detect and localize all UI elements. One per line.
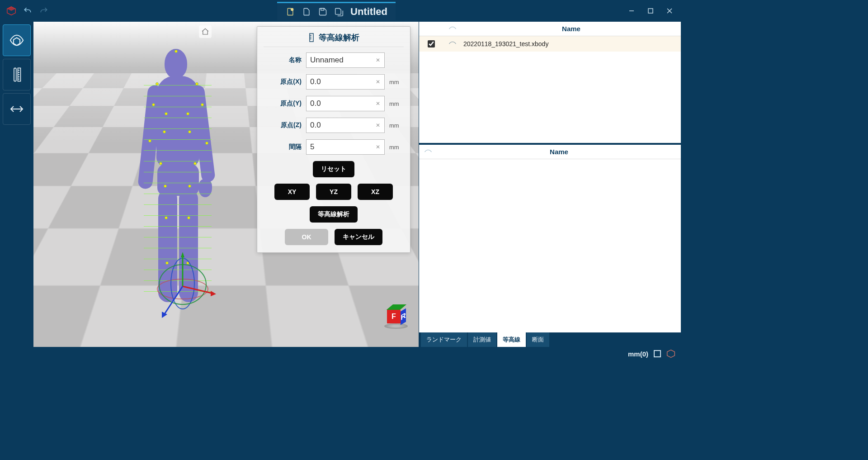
svg-line-22 — [183, 286, 213, 294]
clear-oy-icon[interactable]: ✕ — [374, 100, 382, 108]
svg-point-2 — [291, 8, 293, 10]
reset-button[interactable]: リセット — [313, 161, 354, 177]
svg-rect-26 — [310, 33, 313, 42]
tab-section[interactable]: 断面 — [527, 332, 549, 347]
cancel-button[interactable]: キャンセル — [335, 229, 382, 245]
viewport-3d[interactable]: R F 等高線解析 名称 ✕ — [33, 22, 419, 347]
top-list-header: Name — [419, 22, 681, 36]
svg-marker-25 — [162, 312, 167, 318]
status-units: mm(0) — [628, 350, 648, 358]
clear-interval-icon[interactable]: ✕ — [374, 143, 382, 151]
new-doc-icon[interactable] — [285, 7, 295, 17]
status-box-icon[interactable] — [654, 350, 661, 357]
svg-marker-21 — [181, 252, 184, 257]
tool-measure[interactable] — [3, 59, 31, 90]
unit-oz: mm — [389, 122, 404, 129]
save-all-icon[interactable] — [334, 7, 344, 17]
ruler-icon — [308, 33, 315, 42]
svg-marker-23 — [211, 291, 216, 296]
open-doc-icon[interactable] — [302, 7, 311, 17]
undo-icon[interactable] — [23, 6, 33, 16]
top-list: 20220118_193021_test.xbody — [419, 36, 681, 143]
tool-rail — [0, 22, 33, 347]
tab-landmark[interactable]: ランドマーク — [421, 332, 467, 347]
label-name: 名称 — [264, 56, 302, 64]
contour-analysis-panel: 等高線解析 名称 ✕ 原点(X) ✕ mm — [257, 26, 410, 253]
tool-width[interactable] — [3, 93, 31, 125]
status-bar: mm(0) — [0, 347, 681, 360]
label-origin-x: 原点(X) — [264, 78, 302, 86]
tab-contour[interactable]: 等高線 — [497, 332, 526, 347]
svg-rect-9 — [14, 68, 16, 81]
unit-interval: mm — [389, 144, 404, 151]
plane-xy-button[interactable]: XY — [274, 184, 310, 200]
home-view-icon[interactable] — [199, 25, 212, 38]
unit-oy: mm — [389, 100, 404, 107]
right-panel: Name 20220118_193021_test.xbody Name — [419, 22, 681, 347]
close-button[interactable] — [662, 5, 677, 17]
list-item[interactable]: 20220118_193021_test.xbody — [419, 36, 681, 52]
col-name-header-2: Name — [437, 148, 681, 156]
plane-yz-button[interactable]: YZ — [316, 184, 351, 200]
clear-ox-icon[interactable]: ✕ — [374, 78, 382, 86]
svg-marker-30 — [667, 350, 675, 358]
col-name-header: Name — [462, 25, 681, 33]
input-origin-y[interactable] — [306, 96, 385, 111]
redo-icon[interactable] — [39, 6, 49, 16]
unit-ox: mm — [389, 79, 404, 85]
visibility-icon[interactable] — [443, 41, 462, 47]
item-checkbox[interactable] — [428, 40, 435, 47]
item-name: 20220118_193021_test.xbody — [462, 40, 681, 47]
maximize-button[interactable] — [643, 5, 658, 17]
app-window: Untitled — [0, 0, 681, 360]
analyze-button[interactable]: 等高線解析 — [310, 206, 358, 223]
titlebar: Untitled — [0, 0, 681, 22]
document-title: Untitled — [350, 6, 387, 18]
svg-marker-1 — [7, 7, 15, 11]
bottom-list-header: Name — [419, 145, 681, 159]
panel-title: 等高線解析 — [319, 32, 359, 43]
ok-button[interactable]: OK — [285, 229, 328, 245]
tab-measure[interactable]: 計測値 — [468, 332, 496, 347]
col-visibility-icon — [443, 26, 462, 32]
clear-name-icon[interactable]: ✕ — [374, 56, 382, 64]
plane-xz-button[interactable]: XZ — [358, 184, 393, 200]
save-icon[interactable] — [318, 7, 328, 17]
tool-view[interactable] — [3, 24, 31, 56]
input-interval[interactable] — [306, 139, 385, 155]
label-origin-y: 原点(Y) — [264, 100, 302, 108]
view-cube[interactable]: R F — [384, 305, 408, 329]
bottom-tabs: ランドマーク 計測値 等高線 断面 — [419, 332, 681, 347]
minimize-button[interactable] — [624, 5, 639, 17]
clear-oz-icon[interactable]: ✕ — [374, 121, 382, 129]
input-origin-x[interactable] — [306, 74, 385, 90]
svg-rect-3 — [321, 8, 324, 10]
app-logo-icon — [6, 6, 16, 16]
orientation-gizmo[interactable] — [146, 247, 219, 320]
col-visibility-icon-2 — [419, 149, 437, 155]
input-name[interactable] — [306, 52, 385, 68]
label-interval: 間隔 — [264, 143, 302, 151]
label-origin-z: 原点(Z) — [264, 121, 302, 129]
title-toolbar: Untitled — [277, 2, 396, 20]
input-origin-z[interactable] — [306, 118, 385, 133]
status-logo-icon[interactable] — [666, 349, 675, 358]
bottom-list — [419, 159, 681, 332]
svg-line-24 — [164, 286, 183, 315]
svg-marker-8 — [14, 38, 20, 45]
svg-rect-5 — [648, 9, 653, 13]
